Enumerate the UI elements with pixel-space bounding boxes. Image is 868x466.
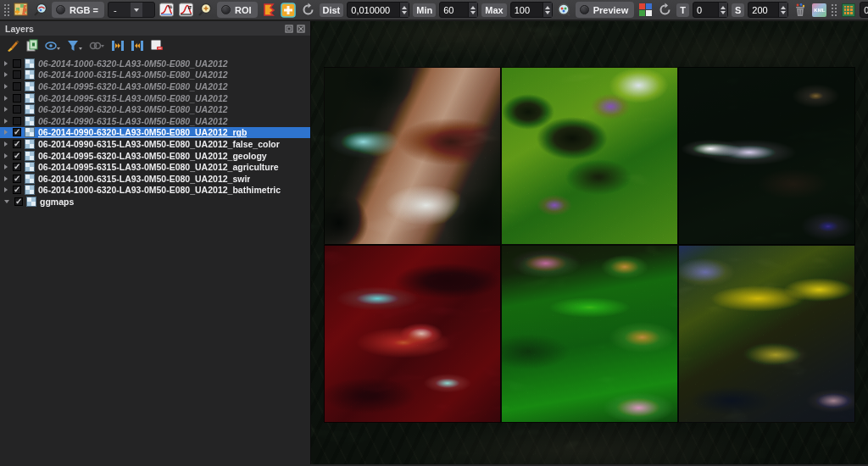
expression-filter-icon: [89, 39, 105, 53]
layer-row[interactable]: 06-2014-1000-6320-LA93-0M50-E080_UA2012_…: [0, 185, 310, 197]
roi-polygon-button[interactable]: [261, 2, 277, 18]
layer-visibility-checkbox[interactable]: [13, 105, 21, 114]
layer-row[interactable]: 06-2014-0995-6320-LA93-0M50-E080_UA2012: [0, 80, 310, 92]
close-panel-icon[interactable]: [297, 25, 305, 33]
rgb-quadrant-icon: [639, 3, 652, 16]
delete-roi-button[interactable]: [792, 2, 808, 18]
layer-visibility-checkbox[interactable]: [13, 82, 21, 91]
expand-arrow-icon[interactable]: [4, 153, 8, 158]
stepper-icon[interactable]: [399, 3, 409, 17]
bandset-tool-icon[interactable]: [13, 2, 29, 18]
filter-legend-button[interactable]: [67, 39, 83, 53]
toolbar-drag-handle[interactable]: [3, 3, 9, 17]
filter-expression-button[interactable]: [89, 39, 105, 53]
expand-arrow-icon[interactable]: [4, 96, 8, 101]
expand-arrow-icon[interactable]: [4, 200, 9, 203]
s-label: S: [732, 3, 744, 17]
signature-table-button[interactable]: [840, 2, 856, 18]
counter-first-input[interactable]: 0: [860, 2, 868, 18]
layer-row[interactable]: ggmaps: [0, 196, 310, 208]
layer-row[interactable]: 06-2014-0990-6320-LA93-0M50-E080_UA2012: [0, 103, 310, 115]
layer-row[interactable]: 06-2014-0990-6315-LA93-0M50-E080_UA2012_…: [0, 138, 310, 150]
trash-icon: [793, 3, 807, 17]
chevron-down-icon[interactable]: [131, 3, 142, 17]
layer-styling-button[interactable]: [6, 39, 19, 53]
signature-percent-icon[interactable]: %: [159, 2, 175, 18]
float-panel-icon[interactable]: [285, 25, 293, 33]
preview-label: Preview: [593, 5, 629, 15]
zoom-rgb-icon[interactable]: [32, 2, 48, 18]
layer-row[interactable]: 06-2014-0995-6315-LA93-0M50-E080_UA2012: [0, 92, 310, 104]
magnifier-icon: [33, 3, 48, 18]
expand-arrow-icon[interactable]: [4, 84, 8, 89]
rgb-combo[interactable]: -: [108, 2, 155, 18]
rgb-composite-button[interactable]: [637, 2, 654, 18]
preview-radio[interactable]: [580, 5, 589, 14]
zoom-preview-icon[interactable]: [556, 2, 572, 18]
layer-visibility-checkbox[interactable]: [13, 140, 21, 148]
map-themes-button[interactable]: [45, 39, 61, 53]
collapse-all-button[interactable]: [131, 39, 144, 53]
refresh-preview-button[interactable]: [657, 2, 673, 18]
main-area: Layers: [0, 21, 868, 464]
layer-row[interactable]: 06-2014-0990-6320-LA93-0M50-E080_UA2012_…: [0, 127, 310, 139]
expand-arrow-icon[interactable]: [4, 176, 8, 181]
stepper-icon[interactable]: [718, 3, 727, 17]
remove-layer-icon: [150, 39, 164, 53]
expand-arrow-icon[interactable]: [4, 141, 8, 147]
raster-layer-icon: [25, 116, 35, 126]
t-input[interactable]: 0: [693, 2, 728, 18]
layer-visibility-checkbox[interactable]: [13, 175, 21, 183]
collapse-all-icon: [131, 39, 144, 53]
toolbar-drag-handle[interactable]: [831, 3, 837, 17]
stepper-icon[interactable]: [778, 3, 787, 17]
layer-row[interactable]: 06-2014-0995-6315-LA93-0M50-E080_UA2012_…: [0, 161, 310, 173]
layer-visibility-checkbox[interactable]: [13, 186, 21, 194]
add-group-button[interactable]: [25, 39, 39, 53]
layer-visibility-checkbox[interactable]: [13, 152, 21, 160]
roi-radio[interactable]: [221, 5, 231, 14]
map-canvas[interactable]: [311, 21, 868, 464]
layer-visibility-checkbox[interactable]: [13, 59, 21, 68]
expand-arrow-icon[interactable]: [4, 107, 8, 112]
raster-layer-icon: [25, 162, 35, 172]
expand-arrow-icon[interactable]: [4, 119, 8, 124]
remove-layer-button[interactable]: [150, 39, 164, 53]
dist-input[interactable]: 0,010000: [347, 2, 409, 18]
layer-row[interactable]: 06-2014-1000-6320-LA93-0M50-E080_UA2012: [0, 58, 310, 69]
layer-row[interactable]: 06-2014-1000-6315-LA93-0M50-E080_UA2012: [0, 69, 310, 81]
roi-add-button[interactable]: [281, 2, 297, 18]
stepper-icon[interactable]: [542, 3, 552, 17]
paintbrush-icon: [6, 39, 19, 53]
layer-visibility-checkbox[interactable]: [13, 163, 21, 171]
layer-row[interactable]: 06-2014-0990-6315-LA93-0M50-E080_UA2012: [0, 115, 310, 127]
expand-arrow-icon[interactable]: [4, 61, 8, 66]
sigma-curve-icon: σ: [179, 3, 193, 17]
expand-arrow-icon[interactable]: [4, 187, 8, 192]
layer-visibility-checkbox[interactable]: [13, 128, 21, 136]
layer-row[interactable]: 06-2014-1000-6315-LA93-0M50-E080_UA2012_…: [0, 173, 310, 185]
redo-roi-button[interactable]: [300, 2, 316, 18]
s-input[interactable]: 200: [748, 2, 788, 18]
expand-arrow-icon[interactable]: [4, 130, 8, 135]
layer-visibility-checkbox[interactable]: [13, 117, 21, 125]
layer-row[interactable]: 06-2014-0995-6320-LA93-0M50-E080_UA2012_…: [0, 150, 310, 162]
stepper-icon[interactable]: [468, 3, 477, 17]
min-input[interactable]: 60: [439, 2, 478, 18]
max-input[interactable]: 100: [510, 2, 553, 18]
layer-visibility-checkbox[interactable]: [14, 197, 23, 206]
rgb-combo-value: -: [108, 5, 131, 15]
rgb-radio[interactable]: [56, 5, 65, 14]
scp-toolbar: RGB = - % σ ROI: [0, 0, 868, 21]
grid-table-icon: [842, 3, 855, 17]
raster-layer-icon: [25, 139, 35, 149]
signature-sigma-icon[interactable]: σ: [178, 2, 194, 18]
layer-visibility-checkbox[interactable]: [13, 94, 21, 103]
raster-layer-icon: [25, 58, 35, 69]
kml-export-button[interactable]: KML: [811, 2, 827, 18]
zoom-plus-icon[interactable]: [198, 2, 214, 18]
layer-visibility-checkbox[interactable]: [13, 70, 21, 79]
expand-all-button[interactable]: [111, 39, 125, 53]
expand-arrow-icon[interactable]: [4, 72, 8, 77]
expand-arrow-icon[interactable]: [4, 164, 8, 169]
